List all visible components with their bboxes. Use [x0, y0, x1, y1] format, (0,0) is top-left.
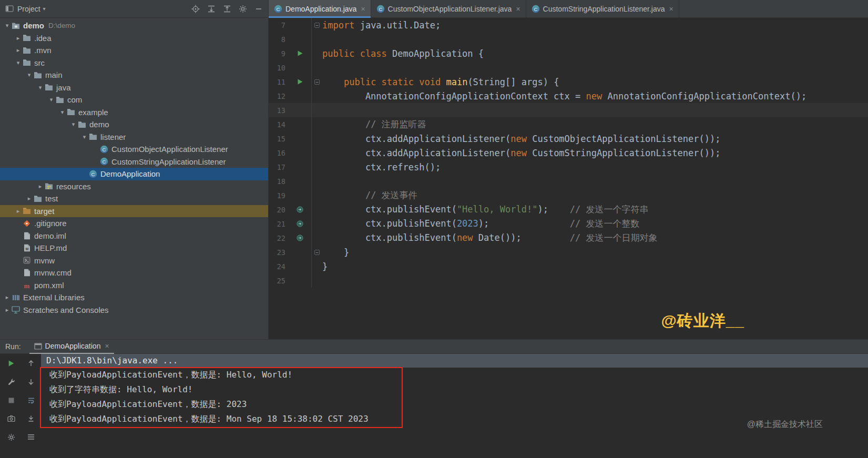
event-gutter-slot[interactable] — [289, 202, 312, 217]
code-line-8: 8 — [269, 32, 868, 46]
event-gutter-slot[interactable] — [289, 217, 312, 231]
fold-marker[interactable]: − — [312, 250, 322, 255]
chevron-down-icon[interactable]: ▾ — [36, 84, 44, 91]
code-line-24: 24} — [269, 259, 868, 273]
settings-icon[interactable] — [239, 5, 247, 13]
chevron-down-icon[interactable] — [43, 6, 46, 12]
chevron-right-icon[interactable]: ▸ — [3, 307, 11, 313]
tree-item-pom-xml[interactable]: mpom.xml — [0, 279, 268, 292]
down-button[interactable] — [25, 376, 37, 387]
chevron-down-icon[interactable]: ▾ — [3, 22, 11, 29]
chevron-down-icon[interactable]: ▾ — [14, 59, 22, 66]
tree-item-scratches-and-consoles[interactable]: ▸Scratches and Consoles — [0, 304, 268, 317]
tree-item-mvnw-cmd[interactable]: mvnw.cmd — [0, 267, 268, 279]
wrench-button[interactable] — [5, 376, 17, 387]
tree-item-gitignore[interactable]: .gitignore — [0, 217, 268, 230]
gutter-spacer — [289, 32, 312, 46]
close-tab-icon[interactable] — [361, 5, 365, 13]
tree-item-customobjectapplicationlistener[interactable]: CCustomObjectApplicationListener — [0, 143, 268, 156]
tree-item-test[interactable]: ▸test — [0, 192, 268, 205]
code-text: } — [322, 247, 349, 258]
editor-tab-bar: CDemoApplication.javaCCustomObjectApplic… — [269, 0, 868, 18]
run-icon[interactable] — [297, 78, 303, 85]
close-tab-icon[interactable] — [105, 342, 109, 350]
run-gutter-slot[interactable] — [289, 46, 312, 60]
chevron-right-icon[interactable]: ▸ — [25, 195, 33, 202]
stop-button[interactable] — [5, 395, 17, 405]
camera-button[interactable] — [5, 413, 17, 424]
tree-item-java[interactable]: ▾java — [0, 82, 268, 94]
code-line-18: 18 — [269, 174, 868, 188]
tree-item-demo[interactable]: ▾demo — [0, 118, 268, 131]
tree-item-demo-iml[interactable]: demo.iml — [0, 230, 268, 242]
editor-tab-demoapplication-java[interactable]: CDemoApplication.java — [269, 0, 371, 18]
project-tree: ▾demoD:\demo▸.idea▸.mvn▾src▾main▾java▾co… — [0, 18, 269, 339]
line-number: 21 — [269, 220, 289, 228]
tree-item-target[interactable]: ▸target — [0, 205, 268, 218]
locate-icon[interactable] — [191, 5, 200, 13]
event-icon[interactable] — [297, 206, 303, 213]
chevron-down-icon[interactable]: ▾ — [25, 72, 33, 78]
folder-excluded-icon — [22, 207, 32, 215]
code-text: public static void main(String[] args) { — [322, 77, 559, 87]
code-text: ctx.publishEvent(2023); // 发送一个整数 — [322, 218, 640, 230]
console[interactable]: D:\JDK1.8\bin\java.exe ... 收到PayloadAppl… — [41, 354, 868, 458]
expand-icon[interactable] — [207, 5, 216, 13]
fold-marker[interactable]: − — [312, 23, 322, 28]
hide-icon[interactable] — [254, 5, 263, 13]
chevron-down-icon[interactable]: ▾ — [80, 134, 88, 140]
tree-item-external-libraries[interactable]: ▸External Libraries — [0, 291, 268, 304]
chevron-right-icon[interactable]: ▸ — [3, 294, 11, 301]
chevron-right-icon[interactable]: ▸ — [36, 183, 44, 190]
tree-item-demo[interactable]: ▾demoD:\demo — [0, 19, 268, 32]
tree-item-src[interactable]: ▾src — [0, 57, 268, 69]
tree-item-resources[interactable]: ▸resources — [0, 180, 268, 193]
line-number: 12 — [269, 92, 289, 100]
softwrap-button[interactable] — [25, 395, 37, 405]
tree-item-customstringapplicationlistener[interactable]: CCustomStringApplicationListener — [0, 156, 268, 168]
chevron-right-icon[interactable]: ▸ — [14, 208, 22, 215]
code-token: new — [510, 134, 532, 144]
chevron-down-icon[interactable]: ▾ — [69, 121, 77, 128]
collapse-icon[interactable] — [223, 5, 231, 13]
chevron-down-icon[interactable]: ▾ — [58, 109, 66, 116]
close-tab-icon[interactable] — [669, 5, 673, 13]
gutter-spacer — [289, 131, 312, 146]
chevron-right-icon[interactable]: ▸ — [14, 47, 22, 54]
event-icon[interactable] — [297, 235, 303, 241]
console-command-line[interactable]: D:\JDK1.8\bin\java.exe ... — [41, 354, 868, 368]
run-icon[interactable] — [297, 50, 303, 57]
project-panel-title[interactable]: Project — [17, 5, 40, 13]
chevron-right-icon[interactable]: ▸ — [14, 35, 22, 42]
scrollend-button[interactable] — [25, 413, 37, 424]
tree-item-help-md[interactable]: MHELP.md — [0, 242, 268, 255]
event-icon[interactable] — [297, 220, 303, 227]
fold-marker[interactable]: − — [312, 79, 322, 85]
tree-item-mvnw[interactable]: mvnw — [0, 255, 268, 267]
tree-item-idea[interactable]: ▸.idea — [0, 32, 268, 45]
up-button[interactable] — [25, 358, 37, 369]
tree-item-listener[interactable]: ▾listener — [0, 131, 268, 144]
editor-tab-customobjectapplicationlistener-java[interactable]: CCustomObjectApplicationListener.java — [371, 0, 526, 18]
menu-button[interactable] — [25, 432, 37, 442]
gear-button[interactable] — [5, 432, 17, 442]
run-tab[interactable]: DemoApplication — [29, 340, 114, 354]
event-gutter-slot[interactable] — [289, 231, 312, 245]
chevron-down-icon[interactable]: ▾ — [47, 96, 55, 103]
md-icon: M — [22, 244, 32, 252]
tree-item-label: main — [45, 70, 63, 79]
tree-item-label: src — [34, 58, 45, 67]
line-number: 15 — [269, 135, 289, 143]
tree-item-example[interactable]: ▾example — [0, 106, 268, 119]
tree-item-com[interactable]: ▾com — [0, 94, 268, 106]
tree-item-mvn[interactable]: ▸.mvn — [0, 44, 268, 57]
rerun-button[interactable] — [5, 358, 17, 369]
editor-tab-customstringapplicationlistener-java[interactable]: CCustomStringApplicationListener.java — [526, 0, 679, 18]
code-token — [322, 77, 344, 87]
tree-item-main[interactable]: ▾main — [0, 69, 268, 82]
close-tab-icon[interactable] — [516, 5, 520, 13]
editor[interactable]: 7−import java.util.Date;89public class D… — [269, 18, 868, 339]
git-icon — [22, 220, 32, 227]
run-gutter-slot[interactable] — [289, 75, 312, 89]
tree-item-demoapplication[interactable]: CDemoApplication — [0, 168, 268, 180]
